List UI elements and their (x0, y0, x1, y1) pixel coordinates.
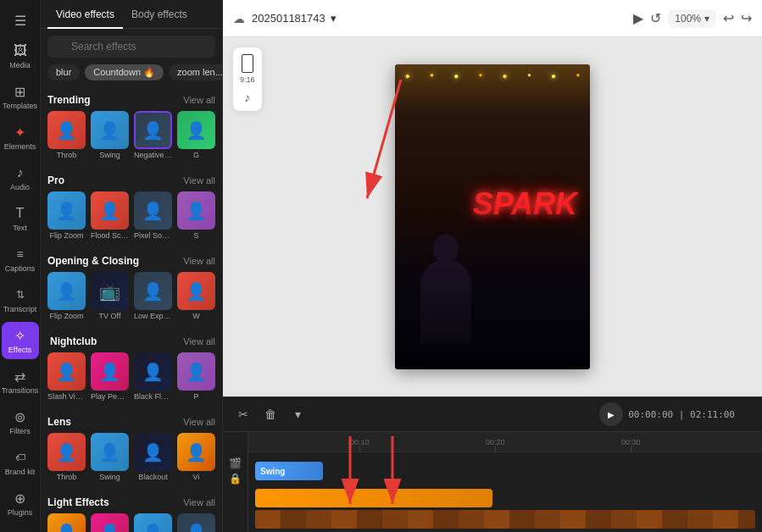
effect-play-label: Play Pend... (91, 391, 129, 402)
effect-play-thumb: 👤 (91, 352, 129, 391)
cut-btn[interactable]: ✂ (233, 404, 253, 424)
effect-throb-2[interactable]: 👤 Throb (47, 433, 86, 483)
filter-tag-blur[interactable]: blur (47, 64, 80, 80)
effect-swing[interactable]: 👤 Swing (91, 111, 129, 161)
aspect-music[interactable]: ♪ (244, 91, 250, 104)
effect-throb[interactable]: 👤 Throb (47, 111, 86, 161)
effect-pixel-sorter[interactable]: 👤 Pixel Sorter (134, 191, 172, 241)
sidebar-item-menu[interactable]: ☰ (2, 7, 39, 34)
effect-bl-thumb: 👤 (177, 513, 215, 532)
expand-btn[interactable]: ▾ (287, 404, 308, 424)
effect-flip-zoom-thumb: 👤 (47, 191, 86, 230)
effect-vi[interactable]: 👤 Vi (177, 433, 215, 483)
tab-body-effects[interactable]: Body effects (123, 0, 196, 29)
effect-flip-zoom[interactable]: 👤 Flip Zoom (47, 191, 86, 241)
effect-fz2-label: Flip Zoom (47, 310, 86, 322)
effect-slash-label: Slash Vibr... (47, 391, 86, 402)
section-pro-header: Pro View all (47, 168, 215, 191)
effect-horizontal[interactable]: 👤 Horizontal... (47, 513, 86, 532)
effect-swing-2[interactable]: 👤 Swing (91, 433, 129, 483)
effect-negative-label: Negative ... (134, 149, 172, 161)
effect-throb-label: Throb (47, 149, 86, 161)
effect-slash-vibr[interactable]: 👤 Slash Vibr... (47, 352, 86, 402)
sidebar-item-filters[interactable]: ⊚ Filters (2, 403, 39, 441)
project-name[interactable]: 202501181743 ▾ (252, 12, 337, 25)
sidebar-item-transitions[interactable]: ⇄ Transitions (2, 363, 39, 400)
chevron-down-icon: ▾ (331, 12, 337, 25)
effect-flip-zoom-2[interactable]: 👤 Flip Zoom (47, 272, 86, 322)
sidebar-item-label: Text (13, 224, 27, 232)
effect-play-pend[interactable]: 👤 Play Pend... (91, 352, 129, 402)
captions-icon: ≡ (12, 246, 29, 263)
delete-btn[interactable]: 🗑 (260, 404, 281, 424)
sidebar-item-elements[interactable]: ✦ Elements (2, 119, 39, 156)
orange-clip[interactable] (255, 489, 492, 507)
effect-tv-label: TV Off (91, 310, 129, 322)
sidebar-item-text[interactable]: T Text (2, 200, 39, 237)
search-input[interactable] (47, 36, 215, 58)
effect-swing2-thumb: 👤 (91, 433, 129, 471)
view-all-light[interactable]: View all (183, 497, 215, 507)
view-all-nightclub[interactable]: View all (183, 336, 215, 346)
video-strip-fill (255, 510, 755, 529)
filter-tag-zoom[interactable]: zoom len... (169, 64, 222, 80)
view-all-pro[interactable]: View all (183, 175, 215, 186)
sidebar-item-transcript[interactable]: ⇅ Transcript (2, 281, 39, 319)
effect-halo-2[interactable]: 👤 Halo 2 (91, 513, 129, 532)
effect-negative[interactable]: 👤 Negative ... (134, 111, 172, 161)
effect-w[interactable]: 👤 W (177, 272, 215, 322)
effects-scroll: Trending View all 👤 Throb 👤 Swing 👤 Nega… (41, 87, 222, 532)
effect-flood-sca[interactable]: 👤 Flood Sca... (91, 191, 129, 241)
swing-clip[interactable]: Swing (255, 462, 323, 480)
loop-btn[interactable]: ↺ (650, 10, 661, 26)
timeline-area: ✂ 🗑 ▾ ▶ 00:00:00 | 02:11:00 🎬 🔒 (223, 396, 762, 532)
effect-low-expo[interactable]: 👤 Low Expo... (134, 272, 172, 322)
section-opening-header: Opening & Closing View all (47, 248, 215, 272)
play-preview-btn[interactable]: ▶ (633, 10, 643, 26)
section-trending-header: Trending View all (47, 87, 215, 111)
sidebar-item-captions[interactable]: ≡ Captions (2, 241, 39, 278)
effect-blackout-thumb: 👤 (134, 433, 172, 471)
effect-swing-thumb: 👤 (91, 111, 129, 149)
effect-negative-thumb: 👤 (134, 111, 172, 149)
effect-flip-zoom-label: Flip Zoom (47, 230, 86, 241)
view-all-lens[interactable]: View all (183, 417, 215, 427)
aspect-9-16[interactable]: 9:16 (240, 54, 255, 84)
effect-bl[interactable]: 👤 Bl (177, 513, 215, 532)
sidebar-item-templates[interactable]: ⊞ Templates (2, 78, 39, 115)
sidebar-item-plugins[interactable]: ⊕ Plugins (2, 485, 39, 522)
undo-btn[interactable]: ↩ (723, 10, 734, 26)
light-bulbs: ● ● ● ● ● ● ● ● (395, 71, 590, 80)
music-icon: ♪ (244, 91, 250, 104)
plugins-icon: ⊕ (12, 490, 29, 507)
timeline-right: 00:10 00:20 00:30 (248, 432, 762, 532)
current-time: 00:00:00 | 02:11:00 (628, 409, 735, 420)
filter-tag-countdown[interactable]: Countdown 🔥 (85, 64, 164, 80)
sidebar-item-audio[interactable]: ♪ Audio (2, 159, 39, 197)
ruler-tick-20: 00:20 (486, 438, 505, 452)
effect-black-flas[interactable]: 👤 Black Flas... (134, 352, 172, 402)
canvas-area: 9:16 ♪ ● ● ● ● ● (223, 37, 762, 396)
section-lens-title: Lens (47, 416, 71, 428)
effect-blackout[interactable]: 👤 Blackout (134, 433, 172, 483)
view-all-trending[interactable]: View all (183, 95, 215, 105)
sidebar-item-effects[interactable]: ✧ Effects (2, 322, 39, 359)
zoom-control[interactable]: 100% ▾ (668, 9, 716, 28)
timeline-toolbar: ✂ 🗑 ▾ ▶ 00:00:00 | 02:11:00 (223, 397, 762, 432)
effect-g[interactable]: 👤 G (177, 111, 215, 161)
play-pause-btn[interactable]: ▶ (599, 402, 623, 426)
sidebar-item-media[interactable]: 🖼 Media (2, 37, 39, 75)
brand-icon: 🏷 (12, 449, 29, 466)
view-all-opening[interactable]: View all (183, 256, 215, 266)
sidebar-item-brand[interactable]: 🏷 Brand kit (2, 444, 39, 481)
panel-tabs: Video effects Body effects (41, 0, 222, 29)
tab-video-effects[interactable]: Video effects (47, 0, 123, 29)
effect-s[interactable]: 👤 S (177, 191, 215, 241)
effect-light-leak[interactable]: 👤 Light leak (134, 513, 172, 532)
redo-btn[interactable]: ↪ (741, 10, 752, 26)
person-head (433, 234, 459, 263)
top-bar: ☁ 202501181743 ▾ ▶ ↺ 100% ▾ ↩ ↪ (223, 0, 762, 37)
effect-tv-off[interactable]: 📺 TV Off (91, 272, 129, 322)
aspect-box-9-16 (242, 54, 253, 73)
effect-p[interactable]: 👤 P (177, 352, 215, 402)
